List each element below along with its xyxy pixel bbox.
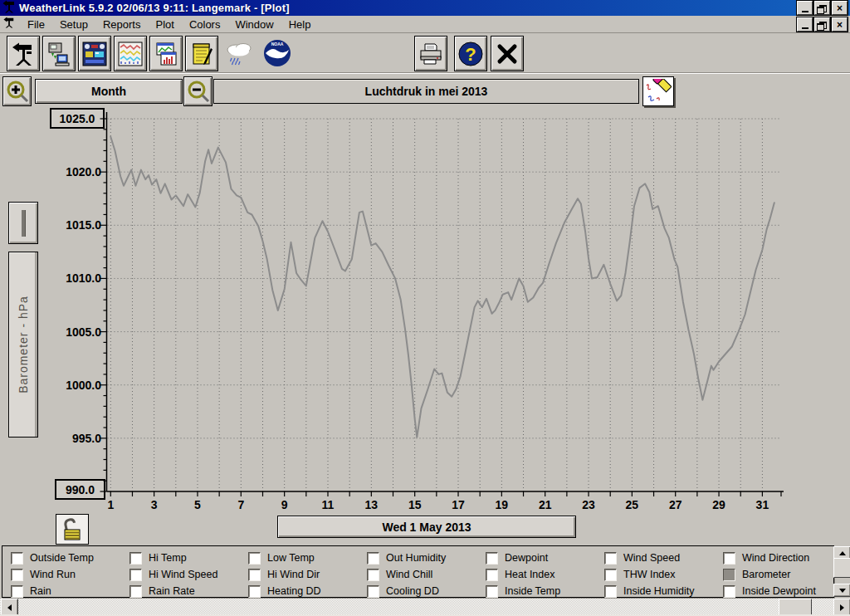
plot-variable-checkbox-wind-run[interactable]: Wind Run bbox=[11, 568, 76, 581]
menu-help[interactable]: Help bbox=[281, 17, 319, 32]
plot-variable-checkbox-cooling-dd[interactable]: Cooling DD bbox=[367, 584, 439, 598]
close-plot-button[interactable] bbox=[491, 36, 524, 71]
checked-checkbox-icon[interactable] bbox=[723, 569, 735, 581]
noaa-button[interactable]: NOAA bbox=[261, 36, 294, 70]
rain-button[interactable] bbox=[222, 36, 256, 70]
unchecked-checkbox-icon[interactable] bbox=[248, 569, 261, 581]
x-tick-label: 25 bbox=[626, 498, 639, 511]
plot-button[interactable] bbox=[149, 36, 183, 71]
restore-button[interactable] bbox=[814, 1, 830, 15]
menu-window[interactable]: Window bbox=[227, 17, 281, 32]
unchecked-checkbox-icon[interactable] bbox=[11, 569, 23, 581]
plot-variable-label: Dewpoint bbox=[505, 552, 548, 564]
zoom-in-button[interactable] bbox=[2, 76, 32, 106]
plot-variable-checkbox-hi-temp[interactable]: Hi Temp bbox=[129, 551, 187, 565]
scrollbar-thumb[interactable] bbox=[833, 558, 850, 578]
unchecked-checkbox-icon[interactable] bbox=[367, 569, 379, 581]
plot-variable-checkbox-outside-temp[interactable]: Outside Temp bbox=[11, 551, 94, 565]
plot-variable-checkbox-inside-humidity[interactable]: Inside Humidity bbox=[604, 584, 694, 598]
scroll-down-button[interactable] bbox=[833, 584, 850, 597]
plot-variable-checkbox-out-humidity[interactable]: Out Humidity bbox=[367, 551, 446, 565]
unchecked-checkbox-icon[interactable] bbox=[129, 585, 142, 598]
plot-variable-label: Rain bbox=[30, 585, 51, 597]
print-button[interactable] bbox=[414, 36, 447, 71]
unchecked-checkbox-icon[interactable] bbox=[367, 552, 379, 565]
plot-variable-checkbox-rain[interactable]: Rain bbox=[11, 584, 51, 598]
date-button[interactable]: Wed 1 May 2013 bbox=[277, 516, 576, 538]
plot-variable-checkbox-wind-speed[interactable]: Wind Speed bbox=[604, 551, 680, 565]
restore-icon bbox=[819, 22, 827, 29]
period-button[interactable]: Month bbox=[35, 79, 183, 104]
horizontal-scrollbar[interactable] bbox=[0, 599, 850, 614]
unchecked-checkbox-icon[interactable] bbox=[486, 552, 498, 565]
menu-plot[interactable]: Plot bbox=[148, 17, 181, 32]
menu-file[interactable]: File bbox=[20, 17, 52, 32]
bulletin-button[interactable] bbox=[78, 36, 111, 71]
unchecked-checkbox-icon[interactable] bbox=[723, 552, 735, 565]
unchecked-checkbox-icon[interactable] bbox=[248, 585, 261, 598]
minimize-button[interactable] bbox=[797, 1, 813, 15]
scrollbar-track[interactable] bbox=[0, 599, 850, 614]
plot-variable-checkbox-thw-index[interactable]: THW Index bbox=[604, 568, 676, 581]
scroll-left-button[interactable] bbox=[1, 599, 18, 616]
chart-area[interactable]: 995.01000.01005.01010.01015.01020.013579… bbox=[0, 105, 850, 520]
unchecked-checkbox-icon[interactable] bbox=[604, 552, 617, 565]
x-tick-label: 9 bbox=[281, 498, 288, 511]
plot-variable-checkbox-inside-temp[interactable]: Inside Temp bbox=[486, 584, 560, 598]
plot-variable-label: Wind Direction bbox=[742, 552, 809, 564]
plot-variable-checkbox-dewpoint[interactable]: Dewpoint bbox=[486, 551, 548, 565]
menu-colors[interactable]: Colors bbox=[182, 17, 228, 32]
menu-reports[interactable]: Reports bbox=[95, 17, 149, 32]
plot-variable-label: Hi Wind Dir bbox=[267, 569, 320, 580]
unchecked-checkbox-icon[interactable] bbox=[11, 552, 23, 565]
child-minimize-button[interactable] bbox=[797, 17, 813, 32]
unchecked-checkbox-icon[interactable] bbox=[604, 569, 617, 581]
unchecked-checkbox-icon[interactable] bbox=[486, 569, 498, 581]
child-restore-button[interactable] bbox=[814, 17, 830, 32]
panel-vertical-scrollbar[interactable] bbox=[833, 546, 849, 595]
weather-station-icon bbox=[12, 42, 35, 66]
strip-charts-button[interactable] bbox=[114, 36, 147, 71]
plot-variable-checkbox-inside-dewpoint[interactable]: Inside Dewpoint bbox=[723, 584, 816, 598]
lock-scale-button[interactable] bbox=[56, 514, 89, 545]
download-button[interactable] bbox=[42, 36, 76, 71]
plot-variable-label: Wind Speed bbox=[623, 552, 680, 564]
plot-variable-checkbox-heat-index[interactable]: Heat Index bbox=[486, 568, 554, 581]
unchecked-checkbox-icon[interactable] bbox=[129, 552, 142, 565]
plot-variable-checkbox-rain-rate[interactable]: Rain Rate bbox=[129, 584, 195, 598]
x-tick-label: 5 bbox=[194, 498, 201, 511]
plot-variable-checkbox-low-temp[interactable]: Low Temp bbox=[248, 551, 315, 565]
help-button[interactable]: ? bbox=[454, 36, 487, 71]
x-tick-label: 1 bbox=[107, 498, 114, 511]
magnifier-minus-icon bbox=[187, 80, 210, 103]
close-button[interactable]: × bbox=[832, 1, 848, 15]
plot-variable-checkbox-hi-wind-speed[interactable]: Hi Wind Speed bbox=[129, 568, 217, 581]
plot-window-icon[interactable] bbox=[3, 17, 15, 32]
plot-variable-checkbox-heating-dd[interactable]: Heating DD bbox=[248, 584, 321, 598]
plot-variable-checkbox-wind-direction[interactable]: Wind Direction bbox=[723, 551, 809, 565]
unchecked-checkbox-icon[interactable] bbox=[604, 585, 617, 598]
child-close-button[interactable]: × bbox=[832, 17, 848, 32]
unchecked-checkbox-icon[interactable] bbox=[129, 569, 142, 581]
unchecked-checkbox-icon[interactable] bbox=[11, 585, 23, 598]
zoom-out-button[interactable] bbox=[183, 76, 212, 106]
unchecked-checkbox-icon[interactable] bbox=[367, 585, 379, 598]
y-tick-label: 1015.0 bbox=[66, 218, 101, 232]
erase-button[interactable] bbox=[642, 76, 674, 106]
unchecked-checkbox-icon[interactable] bbox=[248, 552, 261, 565]
weather-station-button[interactable] bbox=[7, 36, 40, 71]
scrollbar-thumb[interactable] bbox=[779, 599, 812, 616]
download-icon bbox=[47, 42, 71, 66]
x-tick-label: 3 bbox=[151, 498, 158, 511]
reports-button[interactable] bbox=[185, 36, 218, 71]
menu-setup[interactable]: Setup bbox=[52, 17, 95, 32]
scroll-right-button[interactable] bbox=[833, 599, 850, 616]
unchecked-checkbox-icon[interactable] bbox=[723, 585, 735, 598]
plot-variable-checkbox-hi-wind-dir[interactable]: Hi Wind Dir bbox=[248, 568, 320, 581]
plot-variable-checkbox-wind-chill[interactable]: Wind Chill bbox=[367, 568, 432, 581]
help-icon: ? bbox=[457, 41, 484, 67]
plot-variable-checkbox-barometer[interactable]: Barometer bbox=[723, 568, 790, 581]
barometer-series-line bbox=[110, 137, 774, 438]
x-tick-label: 31 bbox=[756, 498, 769, 511]
unchecked-checkbox-icon[interactable] bbox=[486, 585, 498, 598]
